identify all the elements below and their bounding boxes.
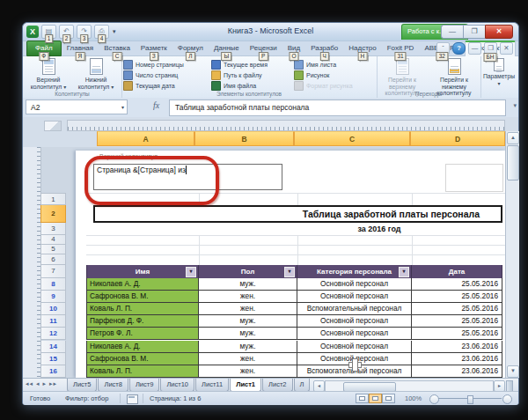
subtitle-cell[interactable]: за 2016 год [322, 225, 436, 233]
redo-icon[interactable]: ↷3 [77, 25, 92, 39]
formula-input[interactable]: Таблица заработной платы персонала [169, 99, 506, 116]
row-header-5[interactable]: 5 [40, 245, 66, 254]
sheet-tab-лист1[interactable]: Лист1 [230, 379, 261, 392]
tab-foxit pd[interactable]: Foxit PD31 [382, 41, 420, 55]
table-cell[interactable]: 25.05.2016 [412, 315, 502, 328]
table-cell[interactable]: Основной персонал [297, 278, 412, 291]
zoom-slider-thumb[interactable] [467, 395, 473, 404]
table-cell[interactable]: жен. [199, 365, 297, 378]
table-cell[interactable]: Николаев А. Д. [86, 341, 199, 353]
table-cell[interactable]: Вспомогательный персонал [297, 303, 412, 315]
namebox-dropdown-icon[interactable]: ▾ [121, 100, 124, 114]
element-button[interactable]: Имя файла [211, 81, 294, 91]
table-cell[interactable]: 25.05.2016 [412, 291, 502, 303]
column-header-B[interactable]: B [194, 131, 294, 146]
tab-формул[interactable]: ФормулЛ [172, 41, 209, 55]
tab-разрабо[interactable]: РазрабоЧ [305, 41, 343, 55]
element-button[interactable]: Текущая дата [123, 81, 211, 91]
row-header-10[interactable]: 10 [40, 303, 66, 315]
selected-title-cell[interactable]: Таблица заработной платы персонала [93, 205, 502, 223]
table-cell[interactable]: Петров Ф. Л. [86, 328, 199, 340]
sheet-tab-лист8[interactable]: Лист8 [98, 379, 128, 392]
scroll-up-icon[interactable]: ▲ [507, 132, 519, 144]
row-header-3[interactable]: 3 [40, 223, 66, 235]
workbook-minimize-icon[interactable]: — [468, 42, 481, 55]
table-cell[interactable]: Основной персонал [297, 291, 412, 303]
table-cell[interactable]: Коваль Л. П. [86, 303, 199, 315]
macro-record-icon[interactable] [127, 394, 138, 404]
tab-вид[interactable]: ВидО [282, 41, 305, 55]
tab-надстро[interactable]: НадстроН [343, 41, 381, 55]
header-button[interactable]: Верхний колонтитул ▾ [26, 58, 71, 91]
row-header-14[interactable]: 14 [40, 341, 66, 353]
table-cell[interactable]: Основной персонал [297, 315, 412, 328]
tab-рецензи[interactable]: РецензиР [245, 41, 282, 55]
element-button[interactable]: Число страниц [123, 70, 211, 80]
footer-button[interactable]: Нижний колонтитул ▾ [73, 58, 119, 91]
table-cell[interactable]: Основной персонал [297, 328, 412, 340]
column-header-D[interactable]: D [410, 131, 505, 146]
tab-разметк[interactable]: РазметкЗ [136, 41, 172, 55]
sheet-tab-лист5[interactable]: Лист5 [67, 379, 97, 392]
save-icon[interactable]: ▤1 [41, 25, 56, 39]
normal-view-icon[interactable] [356, 394, 369, 403]
header-right-section[interactable] [445, 164, 503, 192]
table-cell[interactable]: муж. [199, 278, 297, 291]
minimize-button[interactable]: — [441, 25, 463, 39]
table-cell[interactable]: 25.05.2016 [412, 303, 502, 315]
maximize-button[interactable]: ❐ [463, 25, 485, 39]
element-button[interactable]: Имя листа [294, 60, 371, 70]
table-cell[interactable]: жен. [199, 353, 297, 365]
sheet-tab-л[interactable]: Л [294, 379, 311, 392]
row-header-2[interactable]: 2 [40, 205, 66, 223]
row-header-1[interactable]: 1 [40, 193, 66, 205]
excel-logo-icon[interactable]: X [26, 26, 39, 38]
qat-customize-icon[interactable]: ▾ [113, 28, 116, 35]
zoom-in-icon[interactable] [502, 394, 512, 404]
table-cell[interactable]: жен. [199, 303, 297, 315]
row-header-16[interactable]: 16 [40, 365, 66, 378]
column-header-C[interactable]: C [294, 131, 410, 146]
page-layout-view-icon[interactable] [369, 394, 382, 403]
options-button[interactable]: Параметры▾ [476, 58, 522, 87]
table-cell[interactable]: муж. [199, 328, 297, 340]
vertical-scroll-thumb[interactable] [507, 145, 519, 181]
table-cell[interactable]: Сафронова В. М. [86, 353, 199, 365]
table-cell[interactable]: 25.05.2016 [412, 328, 502, 340]
print-icon[interactable]: ⎙4 [94, 25, 109, 39]
vertical-scrollbar[interactable]: ▲ ▼ [505, 131, 519, 378]
sheet-tab-лист9[interactable]: Лист9 [129, 379, 159, 392]
row-header-6[interactable]: 6 [40, 254, 66, 265]
element-button[interactable]: Номер страницы [123, 60, 211, 70]
table-cell[interactable]: жен. [199, 291, 297, 303]
row-header-12[interactable]: 12 [40, 328, 66, 340]
close-button[interactable]: ✕ [485, 25, 513, 39]
filter-dropdown-icon[interactable]: ▾ [186, 267, 196, 277]
column-header-A[interactable]: A [97, 131, 194, 146]
workbook-close-icon[interactable]: ✕ [500, 42, 513, 55]
table-cell[interactable]: 23.06.2016 [412, 365, 502, 378]
table-header-2[interactable]: Пол▾ [199, 265, 297, 278]
filter-dropdown-icon[interactable]: ▾ [399, 267, 409, 277]
table-cell[interactable]: 25.05.2016 [412, 278, 502, 291]
zoom-out-icon[interactable] [429, 394, 439, 404]
table-cell[interactable]: муж. [199, 341, 297, 353]
row-header-8[interactable]: 8 [40, 278, 66, 291]
row-header-4[interactable]: 4 [40, 235, 66, 245]
table-header-3[interactable]: Категория персонала▾ [297, 265, 412, 278]
table-cell[interactable]: Коваль Л. П. [86, 365, 199, 378]
tab-данные[interactable]: ДанныеЫ [209, 41, 245, 55]
row-header-11[interactable]: 11 [40, 315, 66, 328]
sheet-tab-лист11[interactable]: Лист11 [195, 379, 229, 392]
table-header-1[interactable]: Имя▾ [86, 265, 199, 278]
table-cell[interactable]: муж. [199, 315, 297, 328]
row-header-9[interactable]: 9 [40, 291, 66, 303]
sheet-tab-лист2[interactable]: Лист2 [262, 379, 292, 392]
insert-function-icon[interactable]: fx [153, 100, 159, 110]
table-cell[interactable]: 23.06.2016 [412, 341, 502, 353]
sheet-nav-buttons[interactable]: ◂◂ ◂ ▸ ▸▸ [26, 380, 57, 387]
table-cell[interactable]: Парфенов Д. Ф. [86, 315, 199, 328]
element-button[interactable]: Рисунок [294, 70, 371, 80]
help-icon[interactable]: ? [452, 42, 466, 55]
row-header-7[interactable]: 7 [40, 265, 66, 278]
